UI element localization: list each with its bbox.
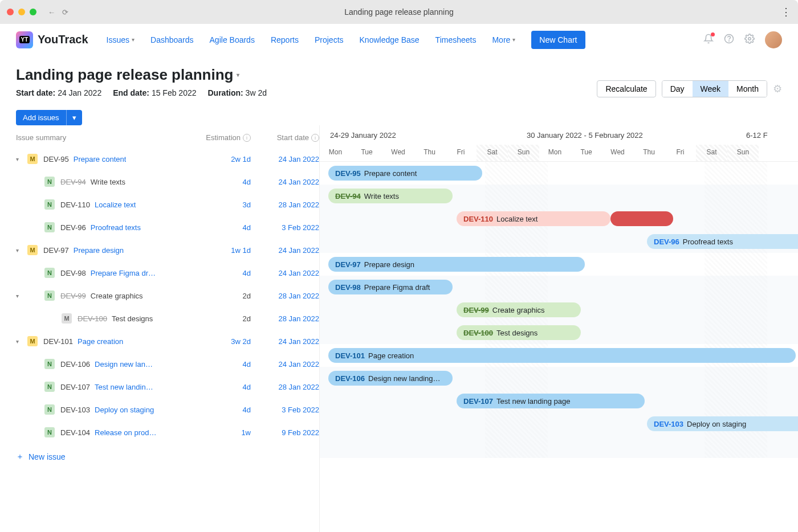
issue-start-date[interactable]: 24 Jan 2022: [251, 155, 319, 163]
back-icon[interactable]: ←: [48, 8, 55, 17]
issue-estimation[interactable]: 4d: [194, 223, 251, 232]
issue-row[interactable]: NDEV-106Design new lan…4d24 Jan 2022: [16, 353, 319, 375]
gear-icon[interactable]: [744, 34, 755, 46]
browser-more-icon[interactable]: ⋮: [781, 6, 791, 18]
view-month[interactable]: Month: [728, 81, 767, 97]
info-icon[interactable]: i: [311, 134, 319, 142]
issue-row[interactable]: NDEV-103Deploy on staging4d3 Feb 2022: [16, 398, 319, 421]
gantt-body[interactable]: DEV-95Prepare contentDEV-94Write textsDE…: [320, 162, 798, 458]
issue-estimation[interactable]: 2d: [194, 314, 251, 323]
issue-row[interactable]: ▾MDEV-101Page creation3w 2d24 Jan 2022: [16, 330, 319, 353]
gantt-bar[interactable]: DEV-99Create graphics: [457, 302, 581, 317]
issue-estimation[interactable]: 2w 1d: [194, 155, 251, 163]
add-issues-dropdown[interactable]: ▾: [66, 110, 82, 125]
issue-key[interactable]: DEV-101: [43, 337, 73, 346]
issue-title[interactable]: Design new lan…: [95, 360, 153, 369]
issue-key[interactable]: DEV-97: [43, 246, 69, 255]
issue-row[interactable]: ▾MDEV-97Prepare design1w 1d24 Jan 2022: [16, 239, 319, 261]
gantt-bar[interactable]: DEV-100Test designs: [457, 325, 581, 340]
expand-icon[interactable]: ▾: [16, 338, 27, 345]
view-day[interactable]: Day: [662, 81, 693, 97]
issue-row[interactable]: NDEV-96Proofread texts4d3 Feb 2022: [16, 216, 319, 239]
issue-title[interactable]: Create graphics: [91, 292, 143, 300]
issue-row[interactable]: NDEV-104Release on prod…1w9 Feb 2022: [16, 421, 319, 444]
help-icon[interactable]: [724, 34, 734, 46]
gantt-bar[interactable]: DEV-103Deploy on staging: [647, 416, 798, 431]
issue-estimation[interactable]: 4d: [194, 383, 251, 391]
issue-title[interactable]: Test designs: [112, 314, 153, 323]
issue-key[interactable]: DEV-103: [60, 406, 90, 414]
issue-title[interactable]: Prepare content: [74, 155, 127, 163]
expand-icon[interactable]: ▾: [16, 247, 27, 253]
issue-title[interactable]: Test new landin…: [95, 383, 153, 391]
issue-row[interactable]: NDEV-110Localize text3d28 Jan 2022: [16, 193, 319, 216]
gantt-bar[interactable]: DEV-94Write texts: [328, 189, 453, 203]
gantt-bar[interactable]: DEV-106Design new landing…: [328, 371, 453, 386]
gantt-bar[interactable]: DEV-110Localize text: [457, 211, 610, 226]
issue-estimation[interactable]: 4d: [194, 406, 251, 414]
gantt-bar[interactable]: DEV-107Test new landing page: [457, 394, 645, 408]
issue-key[interactable]: DEV-94: [60, 178, 86, 186]
nav-kb[interactable]: Knowledge Base: [360, 35, 420, 44]
expand-icon[interactable]: ▾: [16, 156, 27, 162]
issue-title[interactable]: Prepare Figma dr…: [91, 269, 156, 277]
gantt-bar[interactable]: DEV-97Prepare design: [328, 257, 585, 272]
issue-row[interactable]: MDEV-100Test designs2d28 Jan 2022: [16, 307, 319, 330]
nav-reports[interactable]: Reports: [271, 35, 299, 44]
gantt-bar[interactable]: DEV-98Prepare Figma draft: [328, 280, 453, 294]
settings-icon[interactable]: ⚙: [773, 83, 782, 95]
nav-timesheets[interactable]: Timesheets: [435, 35, 477, 44]
issue-start-date[interactable]: 24 Jan 2022: [251, 178, 319, 186]
expand-icon[interactable]: ▾: [16, 293, 27, 299]
issue-key[interactable]: DEV-99: [60, 292, 86, 300]
issue-title[interactable]: Deploy on staging: [95, 406, 154, 414]
issue-row[interactable]: NDEV-94Write texts4d24 Jan 2022: [16, 170, 319, 193]
info-icon[interactable]: i: [243, 134, 251, 142]
issue-row[interactable]: NDEV-98Prepare Figma dr…4d24 Jan 2022: [16, 261, 319, 284]
nav-dashboards[interactable]: Dashboards: [150, 35, 194, 44]
issue-start-date[interactable]: 28 Jan 2022: [251, 314, 319, 323]
issue-row[interactable]: NDEV-107Test new landin…4d28 Jan 2022: [16, 375, 319, 398]
minimize-window[interactable]: [18, 9, 25, 15]
bell-icon[interactable]: [703, 34, 714, 46]
logo[interactable]: YT YouTrack: [16, 31, 88, 48]
reload-icon[interactable]: ⟳: [62, 8, 68, 17]
gantt-bar[interactable]: DEV-95Prepare content: [328, 166, 482, 181]
page-title[interactable]: Landing page release planning▾: [16, 66, 267, 84]
issue-start-date[interactable]: 3 Feb 2022: [251, 406, 319, 414]
issue-start-date[interactable]: 24 Jan 2022: [251, 337, 319, 346]
issue-estimation[interactable]: 4d: [194, 360, 251, 369]
issue-start-date[interactable]: 28 Jan 2022: [251, 200, 319, 209]
issue-estimation[interactable]: 4d: [194, 178, 251, 186]
issue-start-date[interactable]: 24 Jan 2022: [251, 269, 319, 277]
issue-estimation[interactable]: 1w 1d: [194, 246, 251, 255]
issue-estimation[interactable]: 1w: [194, 428, 251, 437]
issue-key[interactable]: DEV-107: [60, 383, 90, 391]
issue-title[interactable]: Release on prod…: [95, 428, 156, 437]
new-issue-button[interactable]: ＋ New issue: [16, 444, 319, 470]
recalculate-button[interactable]: Recalculate: [597, 80, 656, 97]
issue-key[interactable]: DEV-96: [60, 223, 86, 232]
issue-start-date[interactable]: 28 Jan 2022: [251, 292, 319, 300]
avatar[interactable]: [765, 31, 782, 48]
issue-title[interactable]: Proofread texts: [91, 223, 141, 232]
issue-estimation[interactable]: 4d: [194, 269, 251, 277]
issue-key[interactable]: DEV-104: [60, 428, 90, 437]
nav-issues[interactable]: Issues▾: [107, 35, 135, 44]
close-window[interactable]: [7, 9, 14, 15]
issue-title[interactable]: Write texts: [91, 178, 125, 186]
nav-agile[interactable]: Agile Boards: [210, 35, 255, 44]
gantt-bar[interactable]: DEV-96Proofread texts: [647, 234, 798, 249]
gantt-bar[interactable]: DEV-101Page creation: [328, 348, 796, 363]
issue-start-date[interactable]: 24 Jan 2022: [251, 360, 319, 369]
issue-start-date[interactable]: 28 Jan 2022: [251, 383, 319, 391]
issue-row[interactable]: ▾NDEV-99Create graphics2d28 Jan 2022: [16, 284, 319, 307]
issue-start-date[interactable]: 9 Feb 2022: [251, 428, 319, 437]
issue-estimation[interactable]: 3d: [194, 200, 251, 209]
issue-start-date[interactable]: 3 Feb 2022: [251, 223, 319, 232]
maximize-window[interactable]: [30, 9, 36, 15]
issue-key[interactable]: DEV-100: [78, 314, 107, 323]
issue-key[interactable]: DEV-106: [60, 360, 90, 369]
issue-key[interactable]: DEV-110: [60, 200, 90, 209]
issue-title[interactable]: Prepare design: [74, 246, 124, 255]
